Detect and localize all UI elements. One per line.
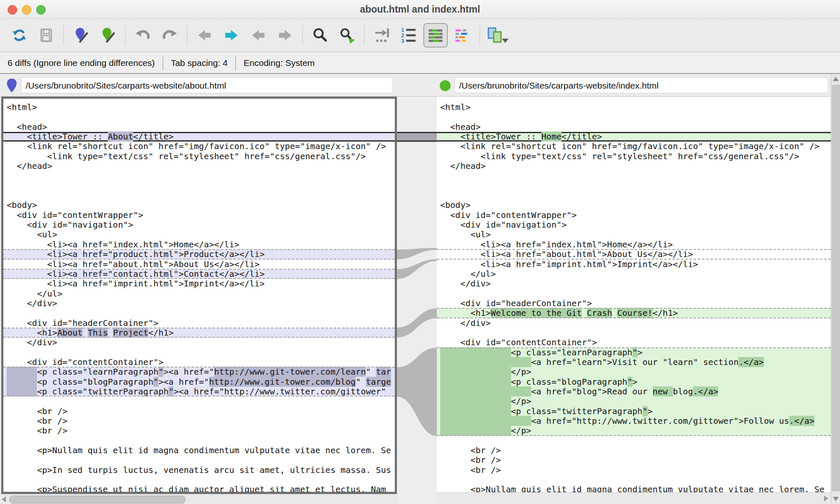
code-line[interactable]: </head>: [437, 161, 831, 171]
refresh-button[interactable]: [7, 23, 32, 47]
code-line[interactable]: <li><a href="imprint.html">Imprint</a></…: [437, 260, 831, 269]
right-bookmark-button[interactable]: [96, 23, 120, 47]
scroll-down-arrow[interactable]: [831, 494, 840, 504]
code-line[interactable]: [437, 191, 831, 200]
code-line[interactable]: </head>: [3, 161, 395, 171]
code-line[interactable]: <title>Tower :: About</title>: [3, 132, 395, 142]
code-line[interactable]: [437, 328, 831, 338]
code-line[interactable]: <p class="twitterParagraph">: [437, 407, 831, 416]
left-file-path-field[interactable]: /Users/brunobrito/Sites/carparts-website…: [21, 77, 393, 93]
redo-button[interactable]: [158, 23, 182, 47]
code-line[interactable]: </div>: [437, 279, 831, 289]
code-line[interactable]: <li><a href="index.html">Home</a></li>: [437, 240, 831, 249]
code-line[interactable]: <li><a href="about.html">About Us</a></l…: [437, 249, 831, 259]
inline-diff-view-button[interactable]: [423, 23, 448, 47]
save-button[interactable]: [34, 23, 58, 47]
code-line[interactable]: <p class="blogParagraph"><a href="http:/…: [3, 377, 395, 387]
code-line[interactable]: <p>Nullam quis elit id magna condimentum…: [437, 485, 831, 492]
code-line[interactable]: <h1>About This Project</h1>: [3, 328, 395, 338]
code-line[interactable]: </div>: [437, 318, 831, 328]
code-line[interactable]: <div id="contentContainer">: [437, 338, 831, 347]
copy-merge-button[interactable]: [485, 23, 509, 47]
code-line[interactable]: [3, 455, 395, 465]
scroll-left-arrow-icon[interactable]: [1, 496, 7, 503]
code-line[interactable]: [3, 191, 395, 200]
scroll-up-arrow[interactable]: [831, 74, 840, 84]
code-line[interactable]: [3, 112, 395, 122]
code-line[interactable]: <head>: [3, 122, 395, 132]
code-line[interactable]: <li><a href="contact.html">Contact</a></…: [3, 269, 395, 279]
code-line[interactable]: </p>: [437, 426, 831, 436]
code-line[interactable]: <p class="twitterParagraph"><a href="htt…: [3, 387, 395, 396]
code-line[interactable]: [3, 475, 395, 485]
right-file-path-field[interactable]: /Users/brunobrito/Sites/carparts-website…: [454, 77, 828, 93]
code-line[interactable]: <a href="http://www.twitter.com/gittower…: [437, 416, 831, 426]
code-line[interactable]: [3, 308, 395, 318]
code-line[interactable]: <br />: [437, 446, 831, 455]
right-horizontal-scrollbar[interactable]: [437, 492, 831, 504]
code-line[interactable]: </div>: [3, 299, 395, 308]
search-button[interactable]: [308, 23, 332, 47]
code-line[interactable]: [437, 436, 831, 446]
code-line[interactable]: <br />: [3, 416, 395, 426]
code-line[interactable]: <ul>: [437, 230, 831, 239]
left-horizontal-scroll-thumb[interactable]: [9, 496, 186, 504]
vertical-scroll-thumb[interactable]: [832, 85, 840, 491]
next-diff-button[interactable]: [219, 23, 244, 47]
code-line[interactable]: <div id="navigation">: [437, 220, 831, 230]
code-line[interactable]: <li><a href="index.html">Home</a></li>: [3, 240, 395, 249]
code-line[interactable]: <a href="learn">Visit our "learn" sectio…: [437, 357, 831, 367]
code-line[interactable]: [3, 396, 395, 406]
code-line[interactable]: <br />: [3, 407, 395, 416]
left-code-pane[interactable]: <html> <head> <title>Tower :: About</tit…: [1, 97, 397, 494]
code-line[interactable]: </ul>: [437, 269, 831, 279]
code-line[interactable]: <p class="learnParagraph"><a href="http:…: [3, 367, 395, 377]
code-line[interactable]: [437, 289, 831, 299]
code-line[interactable]: </p>: [437, 396, 831, 406]
block-diff-view-button[interactable]: [450, 23, 475, 47]
right-code-pane[interactable]: <html> <head> <title>Tower :: Home</titl…: [437, 97, 831, 492]
code-line[interactable]: <div id="contentWrapper">: [437, 210, 831, 220]
merge-right-button[interactable]: [273, 23, 297, 47]
code-line[interactable]: <body>: [437, 200, 831, 210]
line-numbers-button[interactable]: 1 2 3: [396, 23, 421, 47]
scroll-right-arrow-icon[interactable]: [823, 495, 829, 502]
code-line[interactable]: <div id="headerContainer">: [3, 318, 395, 328]
code-line[interactable]: [437, 112, 831, 122]
code-line[interactable]: [3, 348, 395, 357]
code-line[interactable]: <html>: [3, 102, 395, 112]
code-line[interactable]: <head>: [437, 122, 831, 132]
code-line[interactable]: [3, 181, 395, 191]
code-line[interactable]: <html>: [437, 102, 831, 112]
code-line[interactable]: <li><a href="imprint.html">Imprint</a></…: [3, 279, 395, 289]
code-line[interactable]: <link type="text/css" rel="stylesheet" h…: [3, 152, 395, 161]
code-line[interactable]: <p class="learnParagraph">: [437, 348, 831, 357]
code-line[interactable]: <ul>: [3, 230, 395, 239]
code-line[interactable]: [437, 181, 831, 191]
code-line[interactable]: <div id="navigation">: [3, 220, 395, 230]
code-line[interactable]: <title>Tower :: Home</title>: [437, 132, 831, 142]
merge-left-button[interactable]: [246, 23, 270, 47]
vertical-scrollbar[interactable]: [831, 74, 840, 504]
code-line[interactable]: <p>Nullam quis elit id magna condimentum…: [3, 446, 395, 455]
search-next-button[interactable]: [335, 23, 359, 47]
code-line[interactable]: </div>: [3, 338, 395, 347]
code-line[interactable]: <div id="contentWrapper">: [3, 210, 395, 220]
code-line[interactable]: <link type="text/css" rel="stylesheet" h…: [437, 152, 831, 161]
code-line[interactable]: <h1>Welcome to the Git Crash Course!</h1…: [437, 308, 831, 318]
code-line[interactable]: [3, 436, 395, 446]
code-line[interactable]: <li><a href="about.html">About Us</a></l…: [3, 260, 395, 269]
left-horizontal-scrollbar[interactable]: [0, 494, 397, 504]
code-line[interactable]: <div id="contentContainer">: [3, 357, 395, 367]
code-line[interactable]: <body>: [3, 200, 395, 210]
undo-button[interactable]: [131, 23, 155, 47]
code-line[interactable]: </ul>: [3, 289, 395, 299]
code-line[interactable]: <link rel="shortcut icon" href="img/favi…: [3, 142, 395, 151]
code-line[interactable]: <p>In sed turpis luctus, venenatis arcu …: [3, 465, 395, 475]
code-line[interactable]: <br />: [3, 426, 395, 436]
code-line[interactable]: <p class="blogParagraph">: [437, 377, 831, 387]
code-line[interactable]: <br />: [437, 465, 831, 475]
prev-diff-button[interactable]: [192, 23, 217, 47]
code-line[interactable]: <a href="blog">Read our new blog.</a>: [437, 387, 831, 396]
code-line[interactable]: <li><a href="product.html">Product</a></…: [3, 249, 395, 259]
